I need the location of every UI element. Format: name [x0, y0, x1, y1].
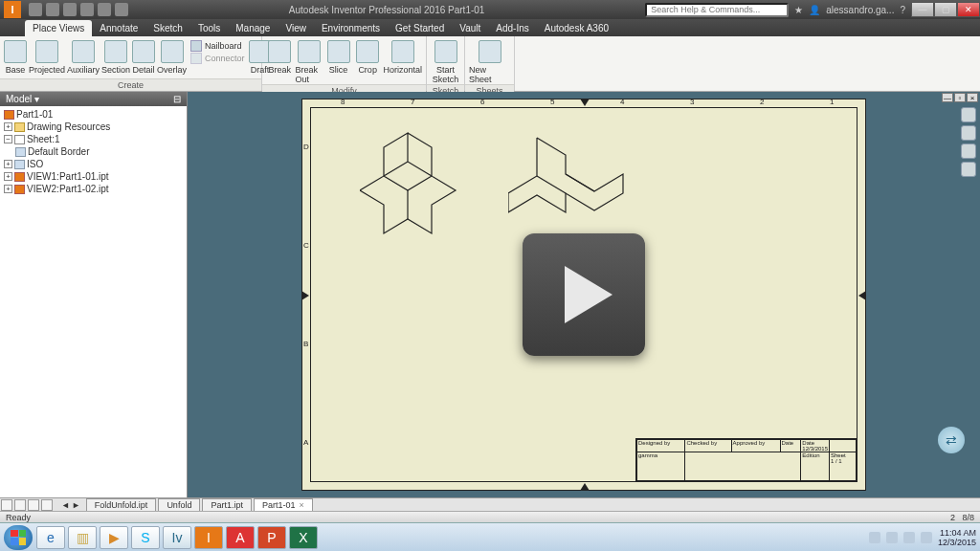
user-avatar-icon[interactable]: 👤 [809, 5, 820, 15]
tray-flag-icon[interactable] [886, 532, 898, 543]
tab-place-views[interactable]: Place Views [25, 20, 92, 36]
expand-icon[interactable]: + [4, 122, 12, 131]
new-sheet-button[interactable]: New Sheet [469, 38, 510, 84]
browser-tree[interactable]: Part1-01 +Drawing Resources −Sheet:1 Def… [0, 106, 187, 497]
tab-nav-prev-icon[interactable] [14, 499, 26, 511]
tab-tools[interactable]: Tools [190, 20, 228, 36]
video-play-overlay[interactable] [523, 233, 645, 356]
tab-nav-first-icon[interactable] [1, 499, 12, 511]
qat-undo-icon[interactable] [80, 3, 94, 16]
minimize-button[interactable]: — [911, 2, 934, 17]
qat-more-icon[interactable] [115, 3, 128, 16]
tab-nav-next-icon[interactable] [28, 499, 39, 511]
break-out-button[interactable]: Break Out [296, 38, 323, 84]
user-name[interactable]: alessandro.ga... [826, 5, 894, 15]
taskbar-ie-icon[interactable]: e [36, 526, 65, 549]
tab-scroll-right[interactable]: ► [72, 500, 80, 510]
zoom-icon[interactable] [961, 143, 976, 159]
collapse-icon[interactable]: − [4, 135, 12, 143]
qat-new-icon[interactable] [29, 3, 42, 16]
browser-header[interactable]: Model ▾⊟ [0, 92, 187, 106]
doc-tab-part1[interactable]: Part1.ipt [202, 498, 252, 511]
document-tabs: ◄ ► FoldUnfold.ipt Unfold Part1.ipt Part… [0, 497, 980, 511]
qat-save-icon[interactable] [63, 3, 77, 16]
taskbar-explorer-icon[interactable]: ▥ [68, 526, 97, 549]
signin-icon[interactable]: ★ [794, 5, 803, 15]
tree-node-iso[interactable]: +ISO [2, 158, 185, 170]
tab-nav-last-icon[interactable] [41, 499, 53, 511]
mdi-close-button[interactable]: × [967, 93, 978, 102]
tab-scroll-left[interactable]: ◄ [61, 500, 70, 510]
taskbar-autocad-icon[interactable]: A [226, 526, 255, 549]
slice-button[interactable]: Slice [324, 38, 352, 75]
taskbar-skype-icon[interactable]: S [131, 526, 160, 549]
taskbar-inventor-icon[interactable]: Iv [163, 526, 191, 549]
tree-node-view2[interactable]: +VIEW2:Part1-02.ipt [2, 183, 185, 195]
system-tray[interactable]: 11:04 AM 12/3/2015 [869, 528, 976, 547]
tree-node-drawing-resources[interactable]: +Drawing Resources [2, 121, 185, 133]
share-badge[interactable]: ⇄ [938, 427, 965, 453]
qat-open-icon[interactable] [46, 3, 59, 16]
auxiliary-view-button[interactable]: Auxiliary [67, 38, 100, 75]
taskbar-inventor2-icon[interactable]: I [194, 526, 223, 549]
crop-button[interactable]: Crop [354, 38, 382, 75]
view1-geometry[interactable] [360, 128, 475, 262]
clock[interactable]: 11:04 AM 12/3/2015 [938, 528, 976, 547]
home-view-icon[interactable] [961, 107, 976, 122]
view2-geometry[interactable] [508, 128, 633, 233]
title-block[interactable]: Designed by Checked by Approved by Date … [635, 438, 858, 482]
tray-up-icon[interactable] [869, 532, 880, 543]
orbit-icon[interactable] [961, 162, 976, 177]
horizontal-button[interactable]: Horizontal [383, 38, 422, 75]
start-sketch-button[interactable]: Start Sketch [431, 38, 460, 84]
section-view-button[interactable]: Section [101, 38, 130, 75]
expand-icon[interactable]: + [4, 172, 12, 181]
taskbar-excel-icon[interactable]: X [289, 526, 318, 549]
connector-button[interactable]: Connector [190, 53, 245, 64]
tab-view[interactable]: View [278, 20, 314, 36]
help-search-input[interactable] [645, 3, 789, 17]
tab-vault[interactable]: Vault [452, 20, 488, 36]
nailboard-button[interactable]: Nailboard [190, 40, 245, 52]
detail-view-button[interactable]: Detail [132, 38, 155, 75]
tab-add-ins[interactable]: Add-Ins [488, 20, 536, 36]
qat-redo-icon[interactable] [98, 3, 111, 16]
quick-access-toolbar[interactable] [29, 3, 128, 16]
help-icon[interactable]: ? [900, 5, 905, 15]
tab-environments[interactable]: Environments [314, 20, 388, 36]
tab-sketch[interactable]: Sketch [145, 20, 190, 36]
browser-pin-icon[interactable]: ⊟ [173, 94, 181, 104]
pan-icon[interactable] [961, 125, 976, 141]
tree-node-view1[interactable]: +VIEW1:Part1-01.ipt [2, 170, 185, 183]
doc-tab-foldunfold[interactable]: FoldUnfold.ipt [86, 498, 157, 511]
tab-a360[interactable]: Autodesk A360 [537, 20, 616, 36]
expand-icon[interactable]: + [4, 160, 12, 168]
app-icon[interactable]: I [4, 1, 21, 18]
tb-approved-label: Approved by [731, 440, 780, 452]
taskbar-media-icon[interactable]: ▶ [100, 526, 128, 549]
overlay-view-button[interactable]: Overlay [157, 38, 187, 75]
doc-tab-part1-01[interactable]: Part1-01× [254, 498, 313, 511]
break-button[interactable]: Break [266, 38, 294, 75]
mdi-restore-button[interactable]: ▫ [954, 93, 966, 102]
drawing-canvas[interactable]: — ▫ × 8 7 6 5 4 3 [188, 92, 980, 497]
close-tab-icon[interactable]: × [299, 500, 303, 510]
tray-volume-icon[interactable] [921, 532, 932, 543]
tab-get-started[interactable]: Get Started [388, 20, 452, 36]
close-button[interactable]: ✕ [957, 2, 980, 17]
tab-manage[interactable]: Manage [228, 20, 278, 36]
auxiliary-view-icon [72, 40, 95, 63]
tree-node-sheet1[interactable]: −Sheet:1 [2, 133, 185, 145]
mdi-minimize-button[interactable]: — [942, 93, 953, 102]
maximize-button[interactable]: ▢ [934, 2, 957, 17]
projected-view-button[interactable]: Projected [29, 38, 65, 75]
tab-annotate[interactable]: Annotate [92, 20, 145, 36]
doc-tab-unfold[interactable]: Unfold [158, 498, 200, 511]
expand-icon[interactable]: + [4, 185, 12, 193]
base-view-button[interactable]: Base [4, 38, 27, 75]
tree-node-default-border[interactable]: Default Border [2, 145, 185, 158]
start-button[interactable] [4, 525, 33, 550]
tray-network-icon[interactable] [903, 532, 915, 543]
tree-root[interactable]: Part1-01 [2, 108, 185, 121]
taskbar-powerpoint-icon[interactable]: P [257, 526, 286, 549]
